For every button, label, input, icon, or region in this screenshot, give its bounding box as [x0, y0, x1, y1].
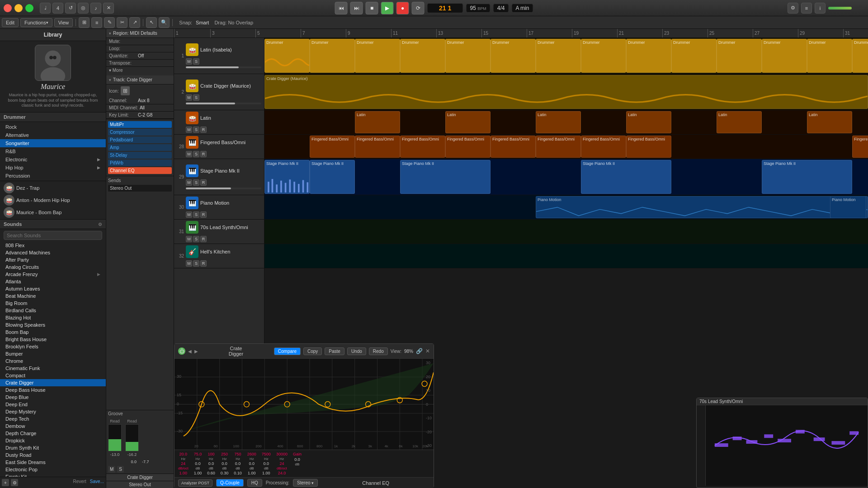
sound-item-electronic-pop[interactable]: Electronic Pop	[0, 466, 106, 473]
settings-library-button[interactable]: ⚙	[11, 479, 18, 486]
track-record-29[interactable]: R	[200, 179, 207, 186]
sound-item-deep-tech[interactable]: Deep Tech	[0, 415, 106, 422]
drummer-cat-rock[interactable]: Rock	[0, 123, 106, 131]
sound-item-blowing-speakers[interactable]: Blowing Speakers	[0, 321, 106, 328]
drummer-cat-alternative[interactable]: Alternative	[0, 131, 106, 139]
zoom-button[interactable]: 🔍	[159, 17, 170, 28]
settings-button[interactable]: ⚙	[788, 3, 798, 14]
clip-drummer-2[interactable]: Drummer	[310, 39, 355, 73]
track-solo-latin[interactable]: S	[193, 127, 199, 133]
sound-item-advanced-machines[interactable]: Advanced Machines	[0, 249, 106, 256]
clip-bass-9[interactable]: Fingered	[852, 136, 868, 158]
plugin-multipr[interactable]: MultiPr	[108, 121, 172, 128]
eq-processing-select[interactable]: Stereo ▾	[293, 479, 318, 487]
track-header-1[interactable]: 1 🥁 Latin (Isabela) M S	[174, 38, 264, 74]
track-header-2[interactable]: 2 🥁 Crate Digger (Maurice) M S	[174, 74, 264, 110]
mute-channel-btn[interactable]: M	[108, 466, 115, 473]
sound-item-dropkick[interactable]: Dropkick	[0, 437, 106, 444]
edit-menu[interactable]: Edit	[2, 18, 19, 27]
close-button[interactable]	[4, 4, 12, 12]
track-icon-button[interactable]: ⊞	[121, 86, 130, 95]
sound-item-dembow[interactable]: Dembow	[0, 422, 106, 430]
clip-latin-3[interactable]: Latin	[536, 111, 581, 133]
track-record-32[interactable]: R	[200, 260, 207, 267]
sound-item-808flex[interactable]: 808 Flex	[0, 242, 106, 249]
metronome-button[interactable]: ♩	[40, 3, 51, 14]
track-mute-31[interactable]: M	[186, 236, 192, 242]
track-solo-28[interactable]: S	[193, 151, 199, 157]
clip-drummer-6[interactable]: Drummer	[491, 39, 536, 73]
clip-drummer-9[interactable]: Drummer	[626, 39, 671, 73]
fader-track-right[interactable]	[125, 424, 139, 451]
loop-button[interactable]: ⟳	[412, 2, 425, 14]
sounds-settings-icon[interactable]: ⚙	[98, 222, 102, 227]
minimize-button[interactable]	[14, 4, 23, 12]
eq-undo-btn[interactable]: Undo	[347, 347, 366, 355]
plugin-stdelay[interactable]: St-Delay	[108, 152, 172, 159]
plugin-pedalboard[interactable]: Pedalboard	[108, 136, 172, 143]
sound-item-compact[interactable]: Compact	[0, 372, 106, 379]
eq-close-btn[interactable]: ✕	[425, 348, 430, 354]
functions-menu[interactable]: Functions ▾	[20, 18, 52, 27]
revert-button[interactable]: Revert	[20, 479, 86, 486]
sound-item-depth-charge[interactable]: Depth Charge	[0, 430, 106, 437]
sound-item-blazing-hot[interactable]: Blazing Hot	[0, 314, 106, 321]
add-library-button[interactable]: +	[2, 479, 9, 486]
track-header-28[interactable]: 28 🎹 Fingered Bass/Omni M S R	[174, 135, 264, 159]
arrow-tool[interactable]: ↗	[129, 17, 140, 28]
sound-item-deep-end[interactable]: Deep End	[0, 401, 106, 408]
clip-piano-4[interactable]: Stage Piano Mk II	[581, 160, 671, 194]
eq-analyzer-btn[interactable]: Analyzer POST	[178, 479, 212, 487]
sound-item-crate-digger[interactable]: Crate Digger	[0, 379, 106, 386]
tuner-button[interactable]: ♪	[90, 3, 101, 14]
more-toggle[interactable]: ▾ More	[106, 67, 174, 74]
clip-latin-6[interactable]: Latin	[807, 111, 852, 133]
sound-item-birdland-calls[interactable]: Birdland Calls	[0, 307, 106, 314]
sound-item-deep-mystery[interactable]: Deep Mystery	[0, 408, 106, 415]
track-header-29[interactable]: 29 🎹 Stage Piano Mk II M S R	[174, 159, 264, 195]
eq-redo-btn[interactable]: Redo	[369, 347, 388, 355]
clip-bass-4[interactable]: Fingered Bass/Omni	[445, 136, 491, 158]
eq-link-icon[interactable]: 🔗	[416, 348, 423, 354]
sound-item-deep-bass-house[interactable]: Deep Bass House	[0, 386, 106, 394]
plugin-pitwrb[interactable]: PitWrb	[108, 160, 172, 166]
drummer-cat-songwriter[interactable]: Songwriter	[0, 139, 106, 147]
plugin-compressor[interactable]: Compressor	[108, 129, 172, 136]
clip-drummer-1[interactable]: Drummer	[264, 39, 310, 73]
sound-item-bright-bass-house[interactable]: Bright Bass House	[0, 336, 106, 343]
clip-drummer-14[interactable]: Drummer	[852, 39, 868, 73]
inspector-button[interactable]: i	[815, 3, 826, 14]
count-in-button[interactable]: 4	[52, 3, 63, 14]
clip-drummer-3[interactable]: Drummer	[355, 39, 400, 73]
clip-bass-8[interactable]: Fingered Bass/Omni	[626, 136, 671, 158]
clip-piano-2[interactable]: Stage Piano Mk II	[310, 160, 355, 194]
eq-q-couple-btn[interactable]: Q-Couple	[216, 479, 244, 487]
sound-item-bumper[interactable]: Bumper	[0, 350, 106, 357]
clip-latin-2[interactable]: Latin	[445, 111, 491, 133]
sound-item-arcade-frenzy[interactable]: Arcade Frenzy ▶	[0, 271, 106, 278]
clip-drummer-4[interactable]: Drummer	[400, 39, 445, 73]
clip-drummer-7[interactable]: Drummer	[536, 39, 581, 73]
stereo-out-send[interactable]: Stereo Out	[108, 185, 172, 192]
track-mute-2[interactable]: M	[186, 94, 192, 101]
sound-item-drum-synth-kit[interactable]: Drum Synth Kit	[0, 444, 106, 451]
track-solo-32[interactable]: S	[193, 260, 199, 267]
clip-piano-motion-long[interactable]: Piano Motion	[536, 196, 868, 218]
play-button[interactable]: ▶	[381, 2, 394, 14]
pointer-tool[interactable]: ↖	[146, 17, 157, 28]
clip-drummer-5[interactable]: Drummer	[445, 39, 491, 73]
track-record-28[interactable]: R	[200, 151, 207, 157]
track-solo-1[interactable]: S	[193, 58, 199, 65]
sound-item-analog-circuits[interactable]: Analog Circuits	[0, 263, 106, 271]
track-header-latin[interactable]: 🥁 Latin M S R	[174, 110, 264, 135]
eq-nav-prev[interactable]: ◀	[188, 349, 192, 354]
eq-paste-btn[interactable]: Paste	[325, 347, 344, 355]
clip-latin-5[interactable]: Latin	[717, 111, 762, 133]
clip-latin-4[interactable]: Latin	[626, 111, 671, 133]
track-solo-2[interactable]: S	[193, 94, 199, 101]
track-header-32[interactable]: 32 🎸 Hell's Kitchen M S R	[174, 244, 264, 268]
clip-bass-5[interactable]: Fingered Bass/Omni	[491, 136, 536, 158]
track-header-30[interactable]: 30 🎹 Piano Motion M S R	[174, 195, 264, 220]
search-input[interactable]	[4, 231, 102, 240]
track-volume-slider-29[interactable]	[186, 188, 261, 189]
